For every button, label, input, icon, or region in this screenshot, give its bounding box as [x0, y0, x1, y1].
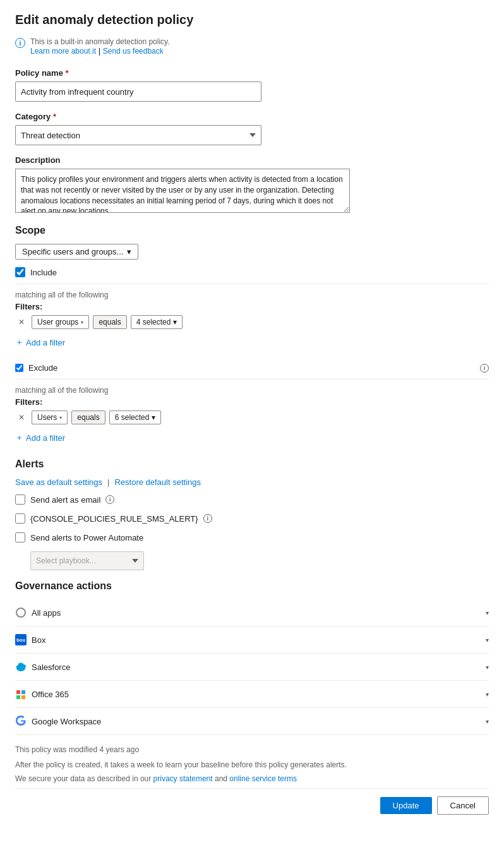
playbook-row: Select playbook...: [15, 551, 489, 570]
governance-salesforce-chevron: ▾: [486, 664, 489, 671]
include-matching-text: matching all of the following: [15, 291, 489, 299]
description-textarea[interactable]: This policy profiles your environment an…: [15, 169, 350, 213]
governance-box-chevron: ▾: [486, 637, 489, 644]
sms-alert-info-icon[interactable]: i: [203, 514, 212, 523]
include-add-filter-button[interactable]: ＋ Add a filter: [15, 334, 65, 351]
include-filter-value[interactable]: 4 selected ▾: [131, 315, 183, 329]
governance-google-chevron: ▾: [486, 718, 489, 725]
info-icon: i: [15, 38, 25, 48]
svg-rect-6: [16, 695, 20, 699]
privacy-statement-link[interactable]: privacy statement: [153, 774, 213, 783]
alerts-section: Alerts Save as default settings | Restor…: [15, 458, 489, 570]
include-filter-remove[interactable]: ✕: [15, 316, 28, 328]
info-banner-links: Learn more about it | Send us feedback: [30, 46, 170, 56]
exclude-filter-value-label: 6 selected: [115, 413, 150, 422]
governance-title: Governance actions: [15, 580, 489, 592]
exclude-filter-field[interactable]: Users ▾: [32, 411, 68, 424]
learn-more-link[interactable]: Learn more about it: [30, 47, 96, 56]
footer-privacy-notice: We secure your data as described in our …: [15, 774, 489, 783]
exclude-checkbox[interactable]: [15, 364, 23, 372]
governance-item-google-workspace[interactable]: Google Workspace ▾: [15, 708, 489, 735]
exclude-matching-text: matching all of the following: [15, 386, 489, 395]
salesforce-icon: [15, 661, 27, 673]
include-filter-value-chevron: ▾: [173, 318, 177, 327]
power-automate-checkbox[interactable]: [15, 532, 25, 542]
exclude-filter-value[interactable]: 6 selected ▾: [109, 411, 162, 424]
include-checkbox-row: Include: [15, 267, 489, 277]
include-checkbox[interactable]: [15, 267, 25, 277]
alerts-title: Alerts: [15, 458, 489, 470]
governance-section: Governance actions All apps ▾ box Box ▾: [15, 580, 489, 735]
service-terms-link[interactable]: online service terms: [229, 774, 297, 783]
governance-box-left: box Box: [15, 634, 45, 645]
exclude-filter-field-chevron: ▾: [59, 415, 62, 421]
governance-item-box[interactable]: box Box ▾: [15, 626, 489, 654]
cancel-button[interactable]: Cancel: [437, 796, 489, 815]
include-filter-field[interactable]: User groups ▾: [32, 315, 89, 329]
feedback-link[interactable]: Send us feedback: [103, 47, 164, 56]
include-filter-field-label: User groups: [37, 318, 78, 327]
include-filter-operator: equals: [93, 315, 126, 329]
exclude-filter-remove[interactable]: ✕: [15, 411, 28, 424]
exclude-label: Exclude: [28, 363, 57, 373]
save-default-link[interactable]: Save as default settings: [15, 477, 102, 487]
power-automate-option: Send alerts to Power Automate: [15, 532, 489, 542]
include-filter-field-chevron: ▾: [81, 320, 83, 325]
footer-modified-text: This policy was modified 4 years ago: [15, 745, 489, 754]
governance-item-salesforce[interactable]: Salesforce ▾: [15, 654, 489, 681]
info-banner-text: This is a built-in anomaly detection pol…: [30, 37, 170, 46]
sms-alert-checkbox[interactable]: [15, 513, 25, 524]
include-filter-value-label: 4 selected: [136, 318, 171, 327]
link-separator: |: [99, 46, 100, 56]
policy-name-input[interactable]: [15, 81, 261, 102]
governance-salesforce-left: Salesforce: [15, 661, 70, 673]
include-add-filter-label: Add a filter: [26, 338, 65, 347]
alerts-link-separator: |: [107, 477, 109, 487]
info-banner-content: This is a built-in anomaly detection pol…: [30, 37, 170, 56]
exclude-add-filter-button[interactable]: ＋ Add a filter: [15, 429, 65, 446]
exclude-checkbox-row: Exclude i: [15, 363, 489, 373]
governance-item-all-apps[interactable]: All apps ▾: [15, 599, 489, 626]
governance-item-office365[interactable]: Office 365 ▾: [15, 681, 489, 708]
include-filter-row: ✕ User groups ▾ equals 4 selected ▾: [15, 315, 489, 329]
send-email-info-icon[interactable]: i: [105, 495, 114, 504]
footer-notice: After the policy is created, it takes a …: [15, 760, 489, 769]
exclude-add-filter-label: Add a filter: [26, 433, 65, 443]
sms-alert-option: {CONSOLE_POLICIES_RULE_SMS_ALERT} i: [15, 513, 489, 524]
include-add-filter-plus: ＋: [15, 337, 23, 348]
policy-name-label: Policy name: [15, 68, 489, 78]
playbook-select[interactable]: Select playbook...: [30, 551, 144, 570]
governance-office365-label: Office 365: [32, 690, 69, 699]
footer-privacy-middle: and: [215, 774, 229, 783]
footer-notice-text: After the policy is created, it takes a …: [15, 760, 347, 769]
governance-google-label: Google Workspace: [32, 717, 101, 726]
send-email-option: Send alert as email i: [15, 494, 489, 505]
sms-alert-label: {CONSOLE_POLICIES_RULE_SMS_ALERT}: [30, 514, 198, 524]
description-group: Description This policy profiles your en…: [15, 155, 489, 215]
power-automate-label: Send alerts to Power Automate: [30, 533, 143, 542]
category-select[interactable]: Threat detection: [15, 125, 261, 145]
footer-section: This policy was modified 4 years ago Aft…: [15, 745, 489, 825]
send-email-checkbox[interactable]: [15, 494, 25, 505]
scope-dropdown-chevron: ▾: [127, 247, 131, 256]
footer-actions: Update Cancel: [15, 788, 489, 825]
governance-all-apps-left: All apps: [15, 607, 61, 618]
scope-section: Scope Specific users and groups... ▾ Inc…: [15, 225, 489, 446]
page-title: Edit anomaly detection policy: [15, 13, 489, 27]
exclude-section: Exclude i matching all of the following …: [15, 363, 489, 446]
office365-icon: [15, 688, 27, 700]
scope-dropdown[interactable]: Specific users and groups... ▾: [15, 244, 138, 260]
exclude-filter-field-label: Users: [37, 413, 57, 422]
governance-office365-chevron: ▾: [486, 691, 489, 698]
exclude-left: Exclude: [15, 363, 57, 373]
governance-salesforce-label: Salesforce: [32, 662, 70, 672]
include-section: Include matching all of the following Fi…: [15, 267, 489, 351]
governance-all-apps-label: All apps: [32, 608, 61, 618]
scope-dropdown-label: Specific users and groups...: [22, 247, 123, 256]
exclude-info-icon[interactable]: i: [480, 364, 489, 373]
svg-point-3: [18, 663, 24, 668]
svg-rect-5: [21, 690, 25, 694]
restore-default-link[interactable]: Restore default settings: [114, 477, 201, 487]
footer-privacy-prefix: We secure your data as described in our: [15, 774, 153, 783]
update-button[interactable]: Update: [380, 797, 432, 814]
